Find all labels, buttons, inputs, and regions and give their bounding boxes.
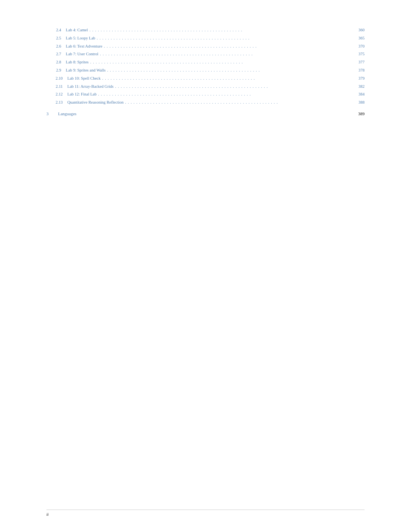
chapter-label: Languages (58, 111, 353, 116)
toc-entry-dots: . . . . . . . . . . . . . . . . . . . . … (125, 99, 351, 106)
toc-entry: 2.7 Lab 7: User Control . . . . . . . . … (46, 51, 365, 58)
toc-entry-label: Lab 10: Spell Check (67, 75, 101, 82)
toc-entry-page: 377 (353, 59, 365, 66)
toc-entry-page: 360 (353, 27, 365, 34)
toc-entry: 2.10 Lab 10: Spell Check . . . . . . . .… (46, 75, 365, 82)
toc-entry-page: 375 (353, 51, 365, 58)
toc-entry-label: Lab 9: Sprites and Walls (66, 67, 106, 74)
toc-entry-number: 2.6 (46, 43, 66, 50)
toc-entry-dots: . . . . . . . . . . . . . . . . . . . . … (97, 35, 351, 42)
toc-entry-label: Lab 8: Sprites (66, 59, 89, 66)
toc-entry: 2.6 Lab 6: Text Adventure . . . . . . . … (46, 43, 365, 50)
toc-entry: 2.8 Lab 8: Sprites . . . . . . . . . . .… (46, 59, 365, 66)
page: 2.4 Lab 4: Camel . . . . . . . . . . . .… (0, 0, 411, 532)
toc-entry: 2.4 Lab 4: Camel . . . . . . . . . . . .… (46, 27, 365, 34)
toc-entry-number: 2.12 (46, 91, 67, 98)
toc-entry-number: 2.9 (46, 67, 66, 74)
toc-entry-page: 365 (353, 35, 365, 42)
toc-entry-label: Lab 7: User Control (66, 51, 98, 58)
toc-entry-dots: . . . . . . . . . . . . . . . . . . . . … (89, 27, 351, 34)
toc-entry-label: Quantitative Reasoning Reflection (67, 99, 123, 106)
toc-entry-number: 2.5 (46, 35, 66, 42)
toc-entry-dots: . . . . . . . . . . . . . . . . . . . . … (104, 43, 351, 50)
toc-entry: 2.11 Lab 11: Array-Backed Grids . . . . … (46, 84, 365, 90)
toc-entry-label: Lab 4: Camel (66, 27, 88, 34)
toc-entry-label: Lab 6: Text Adventure (66, 43, 102, 50)
toc-entry-dots: . . . . . . . . . . . . . . . . . . . . … (102, 75, 351, 82)
toc-section: 2.4 Lab 4: Camel . . . . . . . . . . . .… (46, 27, 365, 116)
toc-entry-page: 379 (353, 75, 365, 82)
toc-entry-page: 388 (353, 99, 365, 106)
toc-entry-number: 2.7 (46, 51, 66, 58)
toc-entry-label: Lab 11: Array-Backed Grids (67, 84, 113, 90)
page-footer: ii (46, 510, 365, 517)
toc-entry: 2.13 Quantitative Reasoning Reflection .… (46, 99, 365, 106)
toc-entry: 2.5 Lab 5: Loopy Lab . . . . . . . . . .… (46, 35, 365, 42)
toc-entry-number: 2.10 (46, 75, 67, 82)
toc-entry-page: 382 (353, 84, 365, 90)
toc-entry-dots: . . . . . . . . . . . . . . . . . . . . … (90, 59, 351, 66)
toc-entry-page: 384 (353, 91, 365, 98)
page-number: ii (46, 512, 49, 517)
chapter-entry: 3 Languages 389 (46, 111, 365, 116)
chapter-page: 389 (353, 111, 365, 116)
toc-entry-dots: . . . . . . . . . . . . . . . . . . . . … (115, 84, 351, 90)
toc-entry-number: 2.8 (46, 59, 66, 66)
toc-entry-label: Lab 5: Loopy Lab (66, 35, 95, 42)
toc-entry: 2.12 Lab 12: Final Lab . . . . . . . . .… (46, 91, 365, 98)
toc-entry-number: 2.4 (46, 27, 66, 34)
toc-entry-number: 2.13 (46, 99, 67, 106)
toc-entry-page: 378 (353, 67, 365, 74)
toc-entry: 2.9 Lab 9: Sprites and Walls . . . . . .… (46, 67, 365, 74)
toc-entry-dots: . . . . . . . . . . . . . . . . . . . . … (100, 51, 351, 58)
toc-entry-page: 370 (353, 43, 365, 50)
toc-entry-dots: . . . . . . . . . . . . . . . . . . . . … (107, 67, 351, 74)
toc-entry-label: Lab 12: Final Lab (67, 91, 97, 98)
toc-entry-number: 2.11 (46, 84, 67, 90)
toc-entry-dots: . . . . . . . . . . . . . . . . . . . . … (98, 91, 351, 98)
chapter-number: 3 (46, 111, 58, 116)
